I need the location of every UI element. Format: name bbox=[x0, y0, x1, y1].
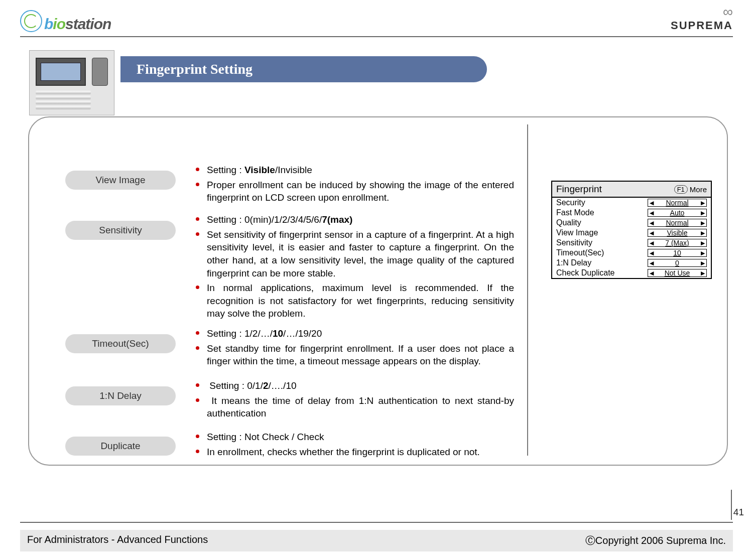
content-vertical-divider bbox=[527, 124, 528, 456]
delay-setting: Setting : 0/1/2/…./10 bbox=[193, 379, 514, 392]
lcd-row: Security◀Normal▶ bbox=[552, 198, 711, 208]
lcd-row-label: 1:N Delay bbox=[556, 258, 591, 267]
lcd-selector[interactable]: ◀Normal▶ bbox=[648, 199, 707, 207]
arrow-right-icon[interactable]: ▶ bbox=[699, 199, 706, 206]
sensitivity-setting: Setting : 0(min)/1/2/3/4/5/6/7(max) bbox=[193, 213, 514, 226]
company-logo: ∞ SUPREMA bbox=[671, 7, 733, 32]
lcd-value: Normal bbox=[655, 199, 699, 207]
product-logo: biostation bbox=[20, 7, 111, 33]
lcd-selector[interactable]: ◀Auto▶ bbox=[648, 209, 707, 217]
device-keypad-icon bbox=[36, 91, 91, 111]
swirl-icon bbox=[20, 10, 42, 32]
arrow-right-icon[interactable]: ▶ bbox=[699, 269, 706, 276]
block-timeout: Setting : 1/2/…/10/…/19/20 Set standby t… bbox=[193, 327, 514, 370]
lcd-row-label: Security bbox=[556, 198, 585, 207]
company-name: SUPREMA bbox=[671, 19, 733, 32]
delay-desc: It means the time of delay from 1:N auth… bbox=[193, 394, 514, 420]
lcd-row-label: Fast Mode bbox=[556, 208, 594, 217]
pill-view-image: View Image bbox=[65, 171, 176, 190]
lcd-value: Normal bbox=[655, 219, 699, 227]
lcd-selector[interactable]: ◀Visible▶ bbox=[648, 229, 707, 237]
lcd-preview: Fingerprint F1 More Security◀Normal▶Fast… bbox=[551, 181, 712, 279]
arrow-right-icon[interactable]: ▶ bbox=[699, 249, 706, 256]
infinity-icon: ∞ bbox=[671, 7, 733, 17]
lcd-header: Fingerprint F1 More bbox=[552, 182, 711, 198]
lcd-title: Fingerprint bbox=[556, 184, 602, 195]
lcd-row-label: Sensitivity bbox=[556, 238, 592, 247]
arrow-left-icon[interactable]: ◀ bbox=[648, 239, 655, 246]
footer-divider bbox=[20, 522, 733, 523]
arrow-left-icon[interactable]: ◀ bbox=[648, 219, 655, 226]
header-divider bbox=[20, 36, 733, 37]
section-title: Fingerprint Setting bbox=[137, 61, 253, 77]
arrow-right-icon[interactable]: ▶ bbox=[699, 259, 706, 266]
lcd-selector[interactable]: ◀Normal▶ bbox=[648, 219, 707, 227]
arrow-right-icon[interactable]: ▶ bbox=[699, 239, 706, 246]
arrow-left-icon[interactable]: ◀ bbox=[648, 209, 655, 216]
page-header: biostation ∞ SUPREMA bbox=[0, 0, 753, 34]
arrow-right-icon[interactable]: ▶ bbox=[699, 219, 706, 226]
duplicate-desc: In enrollment, checks whether the finger… bbox=[193, 446, 514, 459]
pill-duplicate: Duplicate bbox=[65, 437, 176, 456]
arrow-right-icon[interactable]: ▶ bbox=[699, 229, 706, 236]
pill-timeout: Timeout(Sec) bbox=[65, 334, 176, 353]
arrow-right-icon[interactable]: ▶ bbox=[699, 209, 706, 216]
view-image-desc: Proper enrollment can be induced by show… bbox=[193, 179, 514, 204]
lcd-row: Timeout(Sec)◀10▶ bbox=[552, 248, 711, 258]
view-image-setting: Setting : Visible/Invisible bbox=[193, 164, 514, 177]
lcd-row: View Image◀Visible▶ bbox=[552, 228, 711, 238]
device-screen-icon bbox=[36, 58, 86, 86]
logo-part-io: io bbox=[53, 16, 65, 32]
arrow-left-icon[interactable]: ◀ bbox=[648, 269, 655, 276]
lcd-more-label: More bbox=[690, 185, 707, 194]
arrow-left-icon[interactable]: ◀ bbox=[648, 259, 655, 266]
arrow-left-icon[interactable]: ◀ bbox=[648, 249, 655, 256]
arrow-left-icon[interactable]: ◀ bbox=[648, 199, 655, 206]
duplicate-setting: Setting : Not Check / Check bbox=[193, 431, 514, 444]
block-duplicate: Setting : Not Check / Check In enrollmen… bbox=[193, 431, 514, 460]
timeout-desc: Set standby time for fingerprint enrollm… bbox=[193, 342, 514, 368]
timeout-setting: Setting : 1/2/…/10/…/19/20 bbox=[193, 327, 514, 340]
lcd-row: Fast Mode◀Auto▶ bbox=[552, 208, 711, 218]
page-footer: For Administrators - Advanced Functions … bbox=[20, 530, 733, 551]
sensitivity-desc-2: In normal applications, maximum level is… bbox=[193, 282, 514, 320]
lcd-selector[interactable]: ◀10▶ bbox=[648, 249, 707, 257]
footer-left: For Administrators - Advanced Functions bbox=[27, 534, 208, 547]
arrow-left-icon[interactable]: ◀ bbox=[648, 229, 655, 236]
lcd-row: Check Duplicate◀Not Use▶ bbox=[552, 268, 711, 278]
lcd-row-label: Quality bbox=[556, 218, 581, 227]
lcd-value: Auto bbox=[655, 209, 699, 217]
pill-sensitivity: Sensitivity bbox=[65, 221, 176, 240]
lcd-row: Quality◀Normal▶ bbox=[552, 218, 711, 228]
lcd-row: 1:N Delay◀0▶ bbox=[552, 258, 711, 268]
block-sensitivity: Setting : 0(min)/1/2/3/4/5/6/7(max) Set … bbox=[193, 213, 514, 322]
lcd-row-label: Check Duplicate bbox=[556, 268, 615, 277]
device-sensor-icon bbox=[92, 58, 108, 86]
lcd-selector[interactable]: ◀0▶ bbox=[648, 259, 707, 267]
block-view-image: Setting : Visible/Invisible Proper enrol… bbox=[193, 164, 514, 206]
lcd-value: 7 (Max) bbox=[655, 239, 699, 247]
lcd-value: Visible bbox=[655, 229, 699, 237]
page-number: 41 bbox=[733, 507, 744, 518]
lcd-row: Sensitivity◀7 (Max)▶ bbox=[552, 238, 711, 248]
lcd-more[interactable]: F1 More bbox=[674, 185, 707, 194]
lcd-selector[interactable]: ◀Not Use▶ bbox=[648, 269, 707, 277]
block-delay: Setting : 0/1/2/…./10 It means the time … bbox=[193, 379, 514, 422]
sensitivity-desc-1: Set sensitivity of fingerprint sensor in… bbox=[193, 228, 514, 280]
pill-delay: 1:N Delay bbox=[65, 386, 176, 405]
lcd-selector[interactable]: ◀7 (Max)▶ bbox=[648, 239, 707, 247]
logo-part-rest: station bbox=[65, 16, 111, 32]
page-number-divider bbox=[731, 490, 732, 520]
lcd-value: 10 bbox=[655, 249, 699, 257]
lcd-value: Not Use bbox=[655, 269, 699, 277]
f1-key-icon: F1 bbox=[674, 185, 688, 194]
lcd-rows: Security◀Normal▶Fast Mode◀Auto▶Quality◀N… bbox=[552, 198, 711, 278]
device-thumbnail bbox=[29, 50, 114, 115]
logo-part-b: b bbox=[44, 16, 53, 32]
section-title-bar: Fingerprint Setting bbox=[120, 56, 487, 82]
lcd-value: 0 bbox=[655, 259, 699, 267]
lcd-row-label: View Image bbox=[556, 228, 598, 237]
footer-right: ⒸCopyright 2006 Suprema Inc. bbox=[585, 534, 726, 547]
lcd-row-label: Timeout(Sec) bbox=[556, 248, 604, 257]
